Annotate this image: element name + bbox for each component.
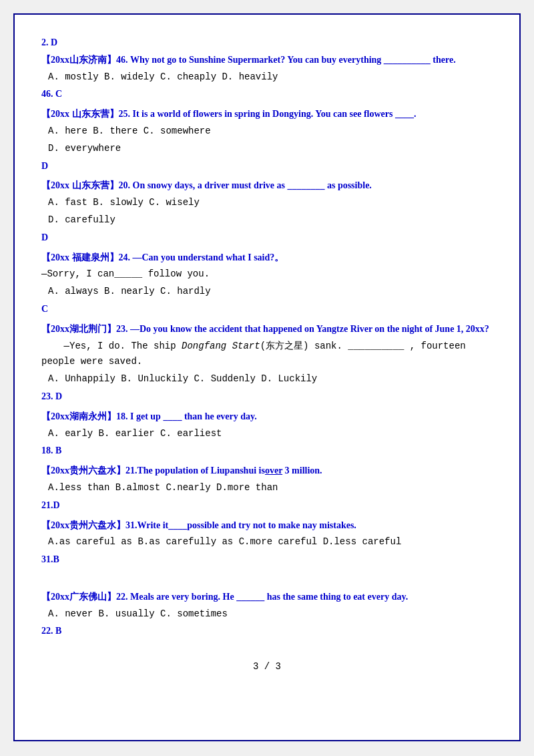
q3-header: 【20xx 山东东营】20. On snowy days, a driver m…: [41, 178, 493, 194]
q6-header: 【20xx湖南永州】18. I get up ____ than he ever…: [41, 409, 493, 425]
question-2-section: 【20xx 山东东营】25. It is a world of flowers …: [41, 106, 493, 174]
q8-header: 【20xx贵州六盘水】31.Write it____possible and t…: [41, 518, 493, 534]
q2-options-line1: A. here B. there C. somewhere: [41, 124, 493, 140]
q1-options: A. mostly B. widely C. cheaply D. heavil…: [41, 69, 493, 85]
q3-options-line1: A. fast B. slowly C. wisely: [41, 195, 493, 211]
question-3-section: 【20xx 山东东营】20. On snowy days, a driver m…: [41, 178, 493, 245]
q4-text2: —Sorry, I can_____ follow you.: [41, 266, 493, 282]
q7-header: 【20xx贵州六盘水】21.The population of Liupansh…: [41, 463, 493, 479]
question-7-section: 【20xx贵州六盘水】21.The population of Liupansh…: [41, 463, 493, 513]
question-4-section: 【20xx 福建泉州】24. —Can you understand what …: [41, 250, 493, 317]
page-number: 3 / 3: [41, 659, 493, 675]
q5-result: 23. D: [41, 389, 493, 405]
question-8-section: 【20xx贵州六盘水】31.Write it____possible and t…: [41, 518, 493, 568]
q4-options: A. always B. nearly C. hardly: [41, 284, 493, 300]
q5-text2: —Yes, I do. The ship Dongfang Start(东方之星…: [41, 339, 493, 371]
q7-result: 21.D: [41, 498, 493, 514]
q6-result: 18. B: [41, 443, 493, 459]
question-6-section: 【20xx湖南永州】18. I get up ____ than he ever…: [41, 409, 493, 459]
question-9-section: 【20xx广东佛山】22. Meals are very boring. He …: [41, 589, 493, 639]
q8-options: A.as careful as B.as carefully as C.more…: [41, 534, 493, 550]
q2-options-line2: D. everywhere: [41, 141, 493, 157]
q2-result: D: [41, 158, 493, 174]
q2-header: 【20xx 山东东营】25. It is a world of flowers …: [41, 106, 493, 122]
question-5-section: 【20xx湖北荆门】23. —Do you know the accident …: [41, 321, 493, 405]
question-1-section: 2. D 【20xx山东济南】46. Why not go to Sunshin…: [41, 35, 493, 102]
q6-options: A. early B. earlier C. earliest: [41, 426, 493, 442]
q1-header: 【20xx山东济南】46. Why not go to Sunshine Sup…: [41, 52, 493, 68]
q4-result: C: [41, 301, 493, 317]
q5-header: 【20xx湖北荆门】23. —Do you know the accident …: [41, 321, 493, 337]
q4-header: 【20xx 福建泉州】24. —Can you understand what …: [41, 250, 493, 266]
q8-result: 31.B: [41, 552, 493, 568]
q9-options-line1: A. never B. usually C. sometimes: [41, 606, 493, 622]
q3-result: D: [41, 230, 493, 246]
q9-header: 【20xx广东佛山】22. Meals are very boring. He …: [41, 589, 493, 605]
q9-result: 22. B: [41, 623, 493, 639]
content-area: 2. D 【20xx山东济南】46. Why not go to Sunshin…: [41, 35, 493, 675]
q3-options-line2: D. carefully: [41, 212, 493, 228]
q1-answer: 2. D: [41, 35, 493, 51]
q1-result: 46. C: [41, 86, 493, 102]
document-page: 2. D 【20xx山东济南】46. Why not go to Sunshin…: [13, 13, 521, 741]
q7-options: A.less than B.almost C.nearly D.more tha…: [41, 480, 493, 496]
q5-options: A. Unhappily B. Unluckily C. Suddenly D.…: [41, 371, 493, 387]
